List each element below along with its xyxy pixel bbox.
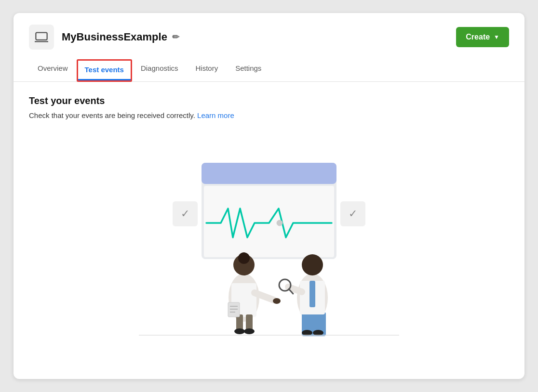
- tab-history[interactable]: History: [187, 59, 227, 82]
- svg-point-24: [302, 254, 323, 275]
- create-button-label: Create: [466, 33, 490, 41]
- tab-overview[interactable]: Overview: [29, 59, 77, 82]
- svg-point-8: [277, 220, 282, 226]
- svg-rect-2: [202, 163, 336, 184]
- app-name-text: MyBusinessExample: [62, 31, 167, 43]
- svg-point-30: [302, 330, 312, 336]
- tab-test-events[interactable]: Test events: [78, 61, 131, 80]
- svg-rect-0: [36, 33, 47, 40]
- create-button[interactable]: Create ▼: [456, 27, 509, 47]
- tab-settings[interactable]: Settings: [227, 59, 270, 82]
- svg-rect-18: [228, 302, 240, 317]
- illustration: ✓ ✓: [29, 129, 509, 336]
- app-name-group: MyBusinessExample ✏: [62, 31, 179, 43]
- laptop-icon: [35, 30, 48, 44]
- section-desc: Check that your events are being receive…: [29, 111, 509, 119]
- svg-point-15: [244, 328, 255, 334]
- description-text: Check that your events are being receive…: [29, 111, 195, 119]
- learn-more-link[interactable]: Learn more: [197, 111, 234, 119]
- section-title: Test your events: [29, 95, 509, 106]
- header: MyBusinessExample ✏ Create ▼: [13, 13, 525, 50]
- illustration-svg: ✓ ✓: [124, 134, 414, 336]
- svg-text:✓: ✓: [349, 208, 357, 220]
- nav-tabs: Overview Test events Diagnostics History…: [13, 59, 525, 82]
- tab-test-events-wrapper: Test events: [77, 59, 132, 82]
- svg-point-17: [273, 298, 281, 304]
- tab-diagnostics[interactable]: Diagnostics: [132, 59, 187, 82]
- svg-point-14: [234, 328, 245, 334]
- svg-rect-27: [309, 281, 315, 307]
- main-card: MyBusinessExample ✏ Create ▼ Overview Te…: [13, 13, 525, 379]
- content: Test your events Check that your events …: [13, 82, 525, 336]
- edit-icon[interactable]: ✏: [172, 32, 179, 42]
- svg-text:✓: ✓: [181, 208, 189, 220]
- svg-point-31: [313, 330, 323, 336]
- header-left: MyBusinessExample ✏: [29, 25, 179, 50]
- svg-point-22: [238, 252, 250, 264]
- create-chevron: ▼: [494, 34, 499, 40]
- app-icon: [29, 25, 54, 50]
